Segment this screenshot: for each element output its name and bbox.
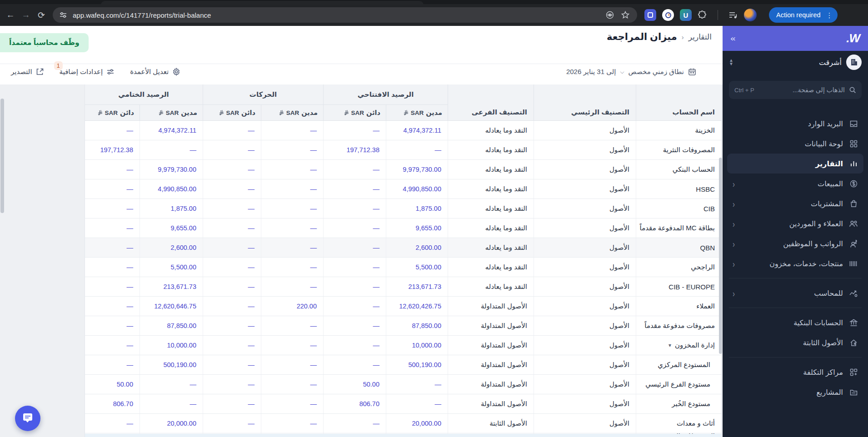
table-row[interactable]: HSBCالأصولالنقد وما يعادله4,990,850.00——… bbox=[85, 179, 721, 199]
edit-columns-button[interactable]: تعديل الأعمدة bbox=[130, 68, 180, 76]
cell-sub_class: النقد وما يعادله bbox=[448, 160, 534, 179]
cell-main_class: الأصول bbox=[534, 277, 636, 296]
projects-icon bbox=[849, 388, 858, 397]
cell-ob_debit: 2,600.00 bbox=[386, 238, 448, 257]
table-row[interactable]: مستودع الفرع الرئيسيالأصولالأصول المتداو… bbox=[85, 375, 721, 394]
sidebar-item-reports[interactable]: التقارير bbox=[727, 154, 863, 174]
sidebar-item-bank[interactable]: الحسابات البنكية bbox=[727, 313, 863, 333]
table-row[interactable]: الراجحيالأصولالنقد وما يعادله5,500.00———… bbox=[85, 258, 721, 277]
table-row[interactable]: العملاءالأصولالأصول المتداولة12,620,426.… bbox=[85, 297, 721, 316]
cell-ob_debit: — bbox=[386, 394, 448, 413]
subheader-movements-debit[interactable]: SARمدين bbox=[261, 105, 323, 120]
cell-ob_credit: 806.70 bbox=[323, 394, 386, 413]
bookmark-star-icon[interactable] bbox=[621, 10, 630, 20]
cell-cb_debit: 4,990,850.00 bbox=[140, 179, 203, 199]
table-row[interactable]: المستودع المركزيالأصولالأصول المتداولة50… bbox=[85, 355, 721, 375]
reload-icon[interactable]: ⟳ bbox=[34, 7, 49, 23]
breadcrumb-reports-link[interactable]: التقارير bbox=[688, 32, 712, 42]
cell-ob_debit: 87,850.00 bbox=[386, 316, 448, 335]
table-row[interactable]: المصروفات النثريةالأصولالنقد وما يعادله—… bbox=[85, 140, 721, 160]
extra-settings-button[interactable]: 1 إعدادات إضافية bbox=[60, 68, 115, 76]
table-row[interactable]: إدارة المخزون▾الأصولالأصول المتداولة10,0… bbox=[85, 336, 721, 355]
table-row[interactable]: CIBالأصولالنقد وما يعادله1,875.00———1,87… bbox=[85, 199, 721, 218]
sidebar-item-accountant[interactable]: للمحاسب‹ bbox=[727, 283, 863, 303]
action-required-button[interactable]: Action required ⋮ bbox=[769, 7, 838, 23]
forward-icon[interactable]: → bbox=[18, 7, 34, 23]
table-row[interactable]: مصروفات مدفوعة مقدماًالأصولالأصول المتدا… bbox=[85, 316, 721, 336]
contacts-icon bbox=[849, 219, 858, 228]
table-row[interactable]: QBNالأصولالنقد وما يعادله2,600.00———2,60… bbox=[85, 238, 721, 258]
back-icon[interactable]: ← bbox=[3, 7, 18, 23]
riyal-symbol-icon bbox=[219, 110, 224, 115]
cell-name: بطاقة MC المدفوعة مقدماً bbox=[636, 218, 721, 238]
chat-widget-button[interactable] bbox=[15, 406, 40, 431]
bank-icon bbox=[849, 318, 858, 327]
sidebar-item-dashboard[interactable]: لوحة البيانات bbox=[727, 134, 863, 154]
sidebar-item-payroll[interactable]: الرواتب و الموظفين‹ bbox=[727, 233, 863, 253]
go-to-page-search[interactable]: الذهاب إلى صفحة... Ctrl + P bbox=[729, 81, 862, 99]
date-range-control[interactable]: نطاق زمني مخصص ⌵ إلى 31 يناير 2026 bbox=[566, 68, 696, 76]
subheader-opening-credit[interactable]: SARدائن bbox=[323, 105, 386, 120]
chevron-left-icon: ‹ bbox=[733, 238, 735, 248]
preview-eye-icon[interactable] bbox=[605, 10, 614, 20]
subheader-opening-debit[interactable]: SARمدين bbox=[386, 105, 448, 120]
cell-cb_debit: 20,000.00 bbox=[140, 414, 203, 433]
extensions-puzzle-icon[interactable] bbox=[698, 10, 707, 20]
extra-settings-label: إعدادات إضافية bbox=[60, 68, 103, 76]
chrome-menu-icon[interactable]: ⋮ bbox=[824, 12, 835, 19]
cell-ob_credit: — bbox=[323, 297, 386, 316]
cell-cb_debit: — bbox=[140, 394, 203, 413]
sidebar-item-contacts[interactable]: العملاء و الموردين‹ bbox=[727, 214, 863, 233]
column-header-account[interactable]: اسم الحساب bbox=[636, 84, 721, 120]
table-row[interactable]: مستودع الخُبرالأصولالأصول المتداولة—806.… bbox=[85, 394, 721, 414]
table-row[interactable]: CIB - EUROPEالأصولالنقد وما يعادله213,67… bbox=[85, 277, 721, 297]
page-scrollbar[interactable] bbox=[0, 99, 4, 213]
cell-mv_debit: — bbox=[261, 355, 323, 374]
cell-mv_credit: — bbox=[203, 199, 261, 218]
cell-ob_credit: — bbox=[323, 277, 386, 296]
expand-chevron-down-icon[interactable]: ▾ bbox=[668, 342, 671, 348]
url-text[interactable]: app.wafeq.com/c/141771/reports/trial-bal… bbox=[73, 11, 605, 19]
site-settings-icon[interactable] bbox=[59, 11, 67, 19]
table-row[interactable]: أثاث و معداتالأصولالأصول الثابتة20,000.0… bbox=[85, 414, 721, 433]
sidebar-item-products[interactable]: منتجات، خدمات، مخزون‹ bbox=[727, 253, 863, 273]
cell-main_class: الأصول bbox=[534, 199, 636, 218]
cell-sub_class: الأصول المتداولة bbox=[448, 375, 534, 394]
column-header-sub-class[interactable]: التصنيف الفرعى bbox=[448, 84, 534, 120]
cell-sub_class: الأصول المتداولة bbox=[448, 355, 534, 374]
sidebar-item-label: لوحة البيانات bbox=[733, 139, 843, 148]
extension-clock-icon[interactable] bbox=[662, 9, 674, 21]
profile-avatar[interactable] bbox=[744, 9, 757, 21]
cell-name: مستودع الخُبر bbox=[636, 394, 721, 413]
table-row[interactable]: بطاقة MC المدفوعة مقدماًالأصولالنقد وما … bbox=[85, 218, 721, 238]
url-bar[interactable]: app.wafeq.com/c/141771/reports/trial-bal… bbox=[53, 7, 637, 23]
sidebar-item-cost-centers[interactable]: مراكز التكلفة bbox=[727, 362, 863, 382]
table-row[interactable]: الحساب البنكيالأصولالنقد وما يعادله9,979… bbox=[85, 160, 721, 179]
sidebar-item-purchases[interactable]: المشتريات‹ bbox=[727, 194, 863, 214]
cell-name: HSBC bbox=[636, 179, 721, 199]
sidebar-item-inbox[interactable]: البريد الوارد bbox=[727, 114, 863, 134]
company-switcher[interactable]: أشرقت ▲▼ bbox=[723, 51, 868, 74]
export-button[interactable]: التصدير bbox=[11, 68, 44, 76]
chevron-left-icon: ‹ bbox=[733, 218, 735, 228]
sidebar-item-projects[interactable]: المشاريع bbox=[727, 382, 863, 402]
sidebar-item-sales[interactable]: المبيعات‹ bbox=[727, 174, 863, 194]
media-queue-icon[interactable] bbox=[728, 10, 738, 20]
subheader-closing-credit[interactable]: SARدائن bbox=[85, 105, 140, 120]
subheader-closing-debit[interactable]: SARمدين bbox=[140, 105, 203, 120]
table-row[interactable]: الخزينةالأصولالنقد وما يعادله4,974,372.1… bbox=[85, 121, 721, 140]
cell-mv_debit: — bbox=[261, 199, 323, 218]
content-scrollbar[interactable] bbox=[719, 158, 722, 354]
column-header-main-class[interactable]: التصنيف الرئيسي bbox=[534, 84, 636, 120]
cell-ob_credit: — bbox=[323, 316, 386, 335]
sidebar-collapse-icon[interactable]: » bbox=[730, 34, 734, 43]
chevron-left-icon: ‹ bbox=[733, 199, 735, 209]
sidebar-item-fixed-assets[interactable]: الأصول الثابتة bbox=[727, 333, 863, 353]
cell-mv_debit: — bbox=[261, 375, 323, 394]
extension-blue-icon[interactable] bbox=[644, 9, 656, 21]
hire-accountant-badge[interactable]: وظّف محاسباً معتمداً bbox=[0, 33, 89, 52]
subheader-movements-credit[interactable]: SARدائن bbox=[203, 105, 261, 120]
cell-mv_credit: — bbox=[203, 160, 261, 179]
extension-u-icon[interactable]: U bbox=[680, 9, 692, 21]
cell-ob_credit: — bbox=[323, 160, 386, 179]
